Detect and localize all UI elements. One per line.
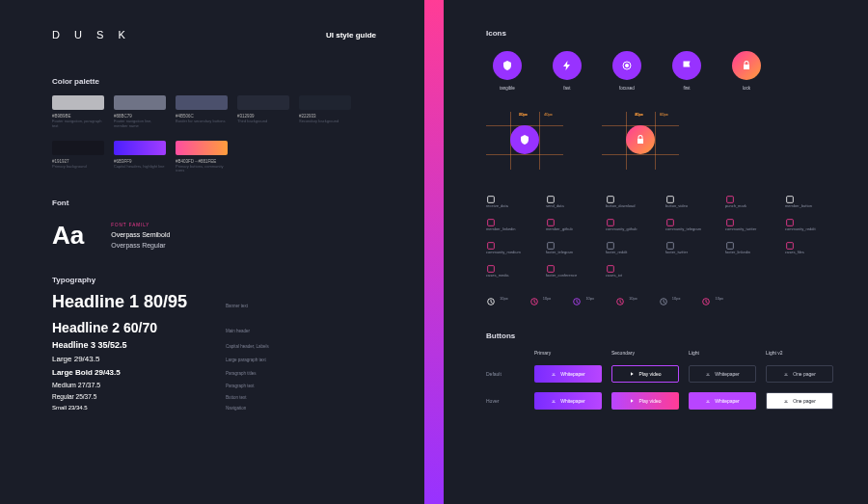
typo-row: Small 23/34.5Navigation	[52, 405, 424, 411]
footer_conference-icon: footer_conference	[546, 260, 592, 278]
svg-rect-20	[488, 266, 495, 273]
svg-rect-3	[548, 197, 555, 203]
svg-rect-18	[727, 243, 734, 250]
section-font-heading: Font	[52, 199, 424, 207]
svg-rect-2	[488, 197, 495, 203]
btn-primary-hover[interactable]: Whitepaper	[534, 392, 602, 410]
color-swatch: #4B506CBorder for secondary buttons	[176, 95, 228, 129]
btn-light2-default[interactable]: One pager	[766, 365, 833, 383]
palette-row-1: #B9B9BEFooter navigation, paragraph text…	[52, 95, 424, 129]
typo-row: Regular 25/37.5Button text	[52, 393, 424, 400]
typo-row: Large 29/43.5Large paragraph text	[52, 355, 424, 363]
first-icon: first	[665, 51, 708, 91]
svg-rect-4	[608, 197, 614, 203]
button-row-default: Default Whitepaper Play video Whitepaper…	[486, 365, 868, 383]
icon-state: 10px	[615, 293, 637, 303]
svg-point-0	[625, 64, 629, 67]
left-panel: D U S K UI style guide Color palette #B9…	[0, 0, 424, 504]
icon-grid: receive_datasend_databutton_downloadbutt…	[486, 191, 843, 278]
gradient-divider	[424, 0, 444, 504]
svg-rect-9	[548, 220, 555, 226]
svg-rect-10	[608, 220, 614, 226]
svg-rect-6	[727, 197, 734, 203]
icon-state: 10px	[572, 293, 594, 303]
row-label-default: Default	[486, 371, 525, 377]
footer_telegram-icon: footer_telegram	[546, 237, 592, 254]
cases_iot-icon: cases_iot	[606, 260, 652, 278]
dim-label: 40px	[635, 112, 643, 117]
punch_mark-icon: punch_mark	[725, 191, 772, 208]
svg-rect-17	[667, 243, 674, 250]
member_linkedin-icon: member_linkedin	[486, 214, 532, 231]
color-swatch: #191927Primary background	[52, 141, 104, 174]
icon-spec-purple: 60px 40px 20px	[486, 112, 563, 170]
font-row: Aa FONT FAMILY Overpass Semibold Overpas…	[52, 221, 424, 251]
font-family-label: FONT FAMILY	[111, 223, 170, 227]
col-primary: Primary	[534, 350, 602, 356]
icon-state: 10px	[701, 293, 723, 303]
color-swatch: #6B3FF9Capital headers, highlight line	[114, 141, 166, 174]
send_data-icon: send_data	[546, 191, 592, 208]
font-semibold: Overpass Semibold	[111, 231, 170, 238]
svg-rect-14	[488, 243, 495, 250]
footer_reddit-icon: footer_reddit	[606, 237, 652, 254]
footer_twitter-icon: footer_twitter	[665, 237, 712, 254]
svg-rect-21	[548, 266, 555, 273]
typo-row: Large Bold 29/43.5Paragraph titles	[52, 368, 424, 377]
font-meta: FONT FAMILY Overpass Semibold Overpass R…	[111, 223, 170, 249]
color-swatch: #B403FD→#881FEEPrimary buttons, communit…	[176, 141, 228, 174]
community_telegram-icon: community_telegram	[665, 214, 712, 231]
footer_linkedin-icon: footer_linkedin	[725, 237, 772, 254]
button_download-icon: button_download	[606, 191, 652, 208]
buttons-area: Buttons Primary Secondary Light Light v2…	[486, 332, 868, 410]
page-title: UI style guide	[326, 31, 376, 40]
cases_media-icon: cases_media	[486, 260, 532, 278]
font-sample: Aa	[52, 221, 84, 251]
dim-label: 20px	[519, 112, 528, 117]
btn-light2-hover[interactable]: One pager	[766, 392, 833, 410]
color-swatch: #312939Third background	[237, 95, 289, 129]
community_medium-icon: community_medium	[486, 237, 532, 254]
color-swatch: #222933Secondary background	[299, 95, 351, 129]
typo-row: Headline 3 35/52.5Capital header, Labels	[52, 340, 424, 350]
btn-secondary-hover[interactable]: Play video	[611, 392, 679, 410]
svg-rect-8	[488, 220, 495, 226]
col-light: Light	[689, 350, 756, 356]
section-icons-heading: Icons	[486, 29, 868, 38]
svg-rect-5	[667, 197, 674, 203]
focused-icon: focused	[606, 51, 648, 91]
dim-label: 40px	[544, 112, 553, 117]
icon-state-row: 10px10px10px10px10px10px	[486, 293, 868, 303]
btn-light-default[interactable]: Whitepaper	[689, 365, 756, 383]
section-buttons-heading: Buttons	[486, 332, 868, 340]
font-regular: Overpass Regular	[111, 242, 170, 249]
section-typography-heading: Typography	[52, 276, 424, 284]
svg-rect-13	[787, 220, 794, 226]
button-columns: Primary Secondary Light Light v2	[486, 350, 868, 356]
btn-primary-default[interactable]: Whitepaper	[534, 365, 602, 383]
typo-row: Headline 2 60/70Main header	[52, 320, 424, 335]
svg-rect-12	[727, 220, 734, 226]
receive_data-icon: receive_data	[486, 191, 532, 208]
col-secondary: Secondary	[611, 350, 679, 356]
typo-row: Headline 1 80/95Banner text	[52, 292, 424, 312]
button_video-icon: button_video	[665, 191, 712, 208]
svg-rect-16	[608, 243, 614, 250]
member_button-icon: member_button	[785, 191, 831, 208]
tangible-icon: tangible	[486, 51, 529, 91]
col-light-v2: Light v2	[766, 350, 833, 356]
color-swatch: #B9B9BEFooter navigation, paragraph text	[52, 95, 104, 129]
community_github-icon: community_github	[606, 214, 652, 231]
section-palette-heading: Color palette	[52, 77, 424, 86]
member_github-icon: member_github	[546, 214, 592, 231]
right-panel: Icons tangiblefastfocusedfirstlock 60px …	[444, 0, 868, 504]
svg-rect-11	[667, 220, 674, 226]
btn-light-hover[interactable]: Whitepaper	[689, 392, 756, 410]
cases_files-icon: cases_files	[785, 237, 831, 254]
icon-state: 10px	[529, 293, 552, 303]
icon-state: 10px	[486, 293, 508, 303]
svg-rect-15	[548, 243, 555, 250]
color-swatch: #88BC79Footer navigation line, member na…	[114, 95, 166, 129]
btn-secondary-default[interactable]: Play video	[611, 365, 679, 383]
fast-icon: fast	[546, 51, 588, 91]
